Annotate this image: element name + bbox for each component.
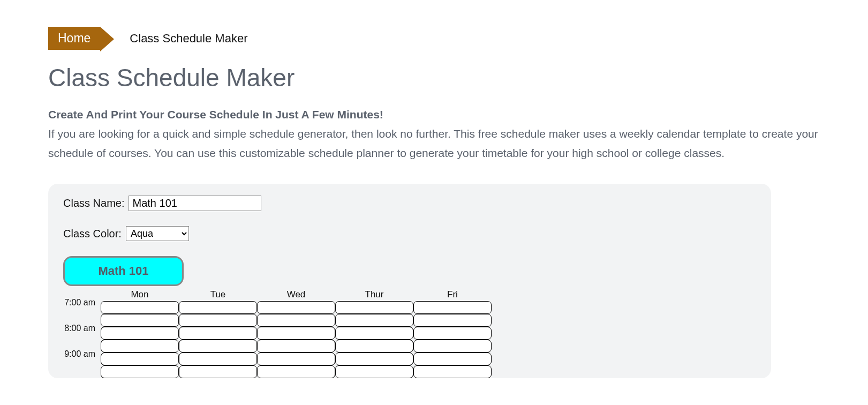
day-header: Tue [179,289,257,300]
schedule-cell[interactable] [335,301,413,314]
schedule-cell[interactable] [335,327,413,340]
class-color-label: Class Color: [63,228,122,240]
schedule-cell[interactable] [335,365,413,378]
schedule-cell[interactable] [413,340,492,352]
schedule-cell[interactable] [179,340,257,352]
day-header: Mon [101,289,179,300]
class-name-label: Class Name: [63,197,124,209]
breadcrumb: Home Class Schedule Maker [48,27,820,50]
schedule-grid: Mon Tue Wed Thur Fri 7:00 am8:00 am9:00 … [63,289,756,378]
schedule-cell[interactable] [179,352,257,365]
day-header: Thur [335,289,413,300]
schedule-cell[interactable] [335,314,413,327]
schedule-cell[interactable] [101,340,179,352]
schedule-cell[interactable] [413,301,492,314]
class-name-input[interactable] [129,196,261,211]
schedule-cell[interactable] [413,314,492,327]
time-label: 9:00 am [63,349,101,359]
time-label: 8:00 am [63,324,101,333]
schedule-panel: Class Name: Class Color: Aqua Math 101 M… [48,184,771,378]
schedule-cell[interactable] [335,340,413,352]
schedule-cell[interactable] [257,365,335,378]
schedule-cell[interactable] [257,301,335,314]
schedule-cell[interactable] [413,352,492,365]
time-label: 7:00 am [63,298,101,308]
schedule-cell[interactable] [179,365,257,378]
tagline: Create And Print Your Course Schedule In… [48,108,820,121]
schedule-cell[interactable] [257,314,335,327]
schedule-cell[interactable] [335,352,413,365]
class-pill-draggable[interactable]: Math 101 [63,256,184,286]
schedule-cell[interactable] [101,352,179,365]
schedule-cell[interactable] [413,365,492,378]
class-color-select[interactable]: Aqua [126,226,189,241]
day-header: Fri [413,289,492,300]
schedule-cell[interactable] [413,327,492,340]
schedule-cell[interactable] [257,352,335,365]
schedule-cell[interactable] [257,327,335,340]
schedule-cell[interactable] [101,327,179,340]
page-title: Class Schedule Maker [48,63,820,92]
schedule-cell[interactable] [257,340,335,352]
schedule-cell[interactable] [101,365,179,378]
breadcrumb-home-link[interactable]: Home [48,27,100,50]
day-header: Wed [257,289,335,300]
schedule-cell[interactable] [179,327,257,340]
schedule-cell[interactable] [179,314,257,327]
breadcrumb-current: Class Schedule Maker [130,32,247,46]
schedule-cell[interactable] [101,314,179,327]
intro-text: If you are looking for a quick and simpl… [48,124,820,162]
schedule-cell[interactable] [101,301,179,314]
schedule-cell[interactable] [179,301,257,314]
